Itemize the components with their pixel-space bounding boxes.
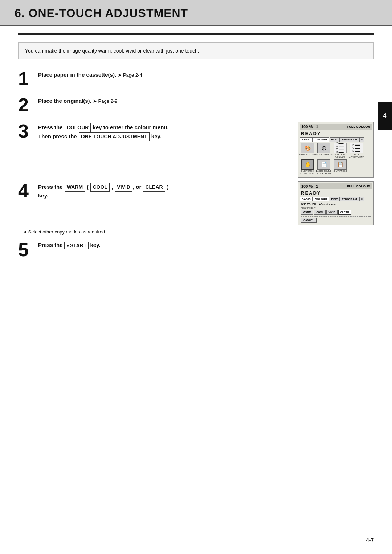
screen-1-container: 100 % 1 FULL COLOUR READY BASIC COLOUR E… xyxy=(294,122,374,178)
screen2-clear-btn[interactable]: CLEAR xyxy=(338,210,351,215)
sharpness-icon-box: 📋 xyxy=(334,159,347,170)
step-2-main: Place the original(s). xyxy=(38,98,91,104)
screen2-vivid-btn[interactable]: VIVID xyxy=(326,210,337,215)
bg-adj-icon-item: 📄 BACKGROUND ADJUSTMENT xyxy=(316,159,331,175)
screen-tab-edit[interactable]: EDIT xyxy=(330,137,340,142)
step-3-wrapper: 3 Press the COLOUR key to enter the colo… xyxy=(18,122,374,178)
step-5-text: Press the ⬧START key. xyxy=(38,242,374,249)
bg-adj-icon-box: 📄 xyxy=(317,159,330,170)
screen-2-percent: 100 % 1 xyxy=(301,184,318,188)
screen2-cool-btn[interactable]: COOL xyxy=(314,210,326,215)
screen-2-tabs: BASIC COLOUR EDIT PROGRAM ≡ xyxy=(300,197,372,201)
step-1-ref: ➤ Page 2-4 xyxy=(118,72,142,78)
screen2-tab-colour[interactable]: COLOUR xyxy=(313,197,329,201)
colour-key: COLOUR xyxy=(65,123,91,132)
step-3-text: Press the COLOUR key to enter the colour… xyxy=(38,123,287,141)
step-5-content: Press the ⬧START key. xyxy=(38,240,374,249)
warm-key: WARM xyxy=(65,183,85,192)
rgb-adj-icon-item: R ▬▬G ▬▬B ▬▬ RGB ADJUSTMENT xyxy=(349,143,364,158)
copier-screen-1: 100 % 1 FULL COLOUR READY BASIC COLOUR E… xyxy=(298,122,374,178)
step-1-main: Place paper in the cassette(s). xyxy=(38,72,116,78)
one-touch-icon-box: ✋ xyxy=(301,159,314,170)
screen2-tab-extra[interactable]: ≡ xyxy=(359,197,365,201)
cool-key: COOL xyxy=(90,183,109,192)
step-3-line2: Then press the ONE TOUCH ADJUSTMENT key. xyxy=(38,133,162,139)
rgb-adj-icon-box: R ▬▬G ▬▬B ▬▬ xyxy=(350,143,363,153)
screen-1-icons-row2: ✋ ONE TOUCH ADJUSTMENT 📄 BACKGROUND ADJU… xyxy=(300,159,372,175)
step-3-line1: Press the COLOUR key to enter the colour… xyxy=(38,124,169,130)
page-header: 6. ONE-TOUCH ADJUSTMENT xyxy=(0,0,392,26)
step-3-content: Press the COLOUR key to enter the colour… xyxy=(38,122,287,141)
intro-box: You can make the image quality warm, coo… xyxy=(18,42,374,59)
screen-2-mode-buttons: WARM COOL VIVID CLEAR xyxy=(301,210,371,215)
screen-2-mode: FULL COLOUR xyxy=(347,184,370,188)
sharpness-icon-item: 📋 SHARPNESS xyxy=(332,159,348,175)
colour-bal-icon-box: Y ▬▬M ▬▬C ▬▬K ▬▬ xyxy=(334,143,347,153)
step-4-end: key. xyxy=(38,192,48,199)
screen-2-adj-label: ADJUSTMENT xyxy=(301,207,371,209)
vivid-key: VIVID xyxy=(115,183,132,192)
screen-1-icons-row1: 🎨 MONOCOLOUR ⊕ HUE/SATURATION Y ▬▬M ▬▬C … xyxy=(300,143,372,158)
page-title: 6. ONE-TOUCH ADJUSTMENT xyxy=(15,7,377,20)
hue-sat-label: HUE/SATURATION xyxy=(314,154,333,156)
step-1-number: 1 xyxy=(18,69,38,88)
chapter-number: 4 xyxy=(383,113,387,119)
rgb-adj-label: RGB ADJUSTMENT xyxy=(349,154,364,158)
monocolour-icon-box: 🎨 xyxy=(301,143,314,153)
main-content: You can make the image quality warm, coo… xyxy=(0,26,392,274)
screen-2-select: ▶Select mode xyxy=(319,203,336,205)
step-4-wrapper: 4 Press the WARM ( COOL , VIVID, or CLEA… xyxy=(18,181,374,225)
screen-1-tabs: BASIC COLOUR EDIT PROGRAM ≡ xyxy=(300,137,372,142)
screen-2-divider xyxy=(301,216,371,217)
hue-sat-icon-item: ⊕ HUE/SATURATION xyxy=(316,143,331,158)
step-2-ref: ➤ Page 2-9 xyxy=(93,98,117,104)
intro-text: You can make the image quality warm, coo… xyxy=(25,48,199,54)
step-3-number: 3 xyxy=(18,122,38,140)
screen-tab-basic[interactable]: BASIC xyxy=(300,137,313,142)
screen-1-percent: 100 % 1 xyxy=(301,125,318,129)
screen-tab-program[interactable]: PROGRAM xyxy=(340,137,359,142)
colour-bal-icon-item: Y ▬▬M ▬▬C ▬▬K ▬▬ COLOUR BALANCE xyxy=(332,143,348,158)
screen-2-label: ONE TOUCH ▶Select mode xyxy=(301,203,371,206)
step-4-left: 4 Press the WARM ( COOL , VIVID, or CLEA… xyxy=(18,181,287,200)
monocolour-label: MONOCOLOUR xyxy=(299,154,315,156)
start-key-label: START xyxy=(70,243,87,248)
screen-2-ready: READY xyxy=(300,190,372,196)
step-4-text: Press the WARM ( COOL , VIVID, or CLEAR … xyxy=(38,183,287,200)
screen2-warm-btn[interactable]: WARM xyxy=(301,210,313,215)
screen-2-header: 100 % 1 FULL COLOUR xyxy=(300,183,372,189)
step-1-content: Place paper in the cassette(s). ➤ Page 2… xyxy=(38,69,374,79)
step-4: 4 Press the WARM ( COOL , VIVID, or CLEA… xyxy=(18,181,287,200)
screen-tab-colour[interactable]: COLOUR xyxy=(313,137,329,142)
step-2: 2 Place the original(s). ➤ Page 2-9 xyxy=(18,95,374,114)
step-1-text: Place paper in the cassette(s). ➤ Page 2… xyxy=(38,71,374,79)
hue-sat-icon-box: ⊕ xyxy=(317,143,330,153)
step-4-content: Press the WARM ( COOL , VIVID, or CLEAR … xyxy=(38,181,287,200)
step-4-main: Press the WARM ( COOL , VIVID, or CLEAR … xyxy=(38,184,169,190)
step-2-text: Place the original(s). ➤ Page 2-9 xyxy=(38,97,374,105)
screen-1-header: 100 % 1 FULL COLOUR xyxy=(300,124,372,130)
page-number: 4-7 xyxy=(366,537,374,543)
bullet-note: Select other copy modes as required. xyxy=(24,229,374,235)
screen2-cancel-btn[interactable]: CANCEL xyxy=(301,218,317,223)
screen-2-body: ONE TOUCH ▶Select mode ADJUSTMENT WARM C… xyxy=(300,202,372,223)
monocolour-icon-item: 🎨 MONOCOLOUR xyxy=(300,143,315,158)
screen2-tab-basic[interactable]: BASIC xyxy=(300,197,313,201)
chapter-badge: 4 xyxy=(378,102,392,130)
sharpness-label: SHARPNESS xyxy=(333,170,347,172)
step-5: 5 Press the ⬧START key. xyxy=(18,240,374,259)
start-key: ⬧START xyxy=(64,242,89,249)
screen-tab-extra[interactable]: ≡ xyxy=(359,137,365,142)
step-3-left: 3 Press the COLOUR key to enter the colo… xyxy=(18,122,287,141)
one-touch-icon-item: ✋ ONE TOUCH ADJUSTMENT xyxy=(300,159,315,175)
step-5-number: 5 xyxy=(18,240,38,259)
clear-key: CLEAR xyxy=(143,183,165,192)
screen2-tab-edit[interactable]: EDIT xyxy=(330,197,340,201)
step-3: 3 Press the COLOUR key to enter the colo… xyxy=(18,122,287,141)
screen2-tab-program[interactable]: PROGRAM xyxy=(340,197,359,201)
start-diamond-icon: ⬧ xyxy=(66,243,69,248)
one-touch-key: ONE TOUCH ADJUSTMENT xyxy=(79,132,150,141)
screen-2-container: 100 % 1 FULL COLOUR READY BASIC COLOUR E… xyxy=(294,181,374,225)
bg-adj-label: BACKGROUND ADJUSTMENT xyxy=(316,170,332,175)
screen-1-ready: READY xyxy=(300,130,372,137)
